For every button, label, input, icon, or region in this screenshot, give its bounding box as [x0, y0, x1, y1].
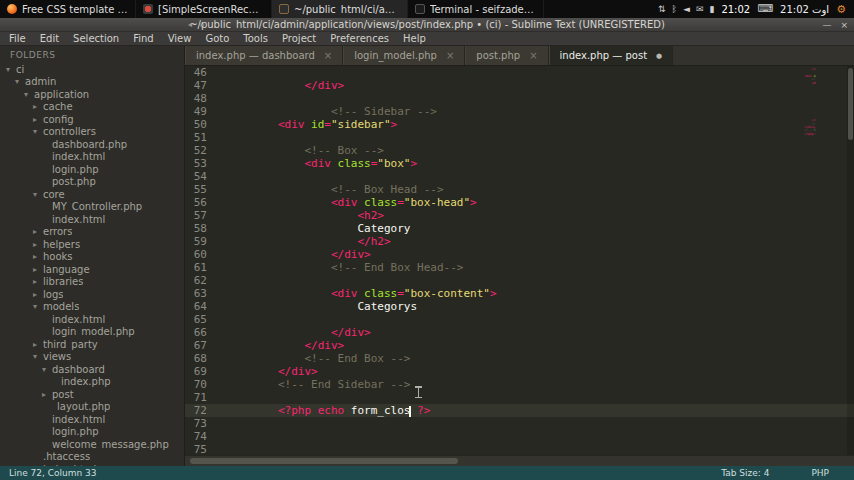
taskbar-window-terminal[interactable]: Terminal - seifzadeh@meh... [408, 0, 544, 18]
network-arrows-icon[interactable]: ⇅ [658, 0, 666, 18]
menu-preferences[interactable]: Preferences [323, 33, 396, 44]
line-number[interactable]: 66 [185, 326, 215, 339]
line-number[interactable]: 52 [185, 144, 215, 157]
bluetooth-icon[interactable]: ᛒ [672, 0, 677, 18]
menu-goto[interactable]: Goto [198, 33, 236, 44]
line-number[interactable]: 58 [185, 222, 215, 235]
tree-folder-models[interactable]: ▾models [0, 301, 184, 314]
window-titlebar[interactable]: ◂ ▸ ~/public_html/ci/admin/application/v… [0, 18, 854, 32]
close-icon[interactable]: × [529, 50, 537, 61]
tree-folder-dashboard[interactable]: ▾dashboard [0, 363, 184, 376]
vertical-scrollbar-thumb[interactable] [848, 68, 853, 140]
line-number[interactable]: 63 [185, 287, 215, 300]
tree-folder-config[interactable]: ▸config [0, 113, 184, 126]
tree-file-index-html[interactable]: index.html [0, 413, 184, 426]
tab-size-indicator[interactable]: Tab Size: 4 [721, 468, 769, 478]
close-icon[interactable]: × [324, 50, 332, 61]
vertical-scrollbar[interactable] [847, 66, 854, 455]
tree-file-login-model-php[interactable]: login_model.php [0, 326, 184, 339]
code-line-52[interactable]: 52 <!-- Box --> [185, 144, 854, 157]
tab-index-php-post[interactable]: index.php — post● [549, 46, 674, 65]
code-line-73[interactable]: 73 [185, 417, 854, 430]
taskbar-window-sublime[interactable]: ~/public_html/ci/admin/ap... [272, 0, 408, 18]
code-line-58[interactable]: 58 Category [185, 222, 854, 235]
code-line-49[interactable]: 49 <!-- Sidebar --> [185, 105, 854, 118]
tree-file-htaccess[interactable]: .htaccess [0, 451, 184, 464]
tab-post-php[interactable]: post.php× [465, 46, 548, 65]
tree-folder-errors[interactable]: ▸errors [0, 226, 184, 239]
line-number[interactable]: 65 [185, 313, 215, 326]
volume-icon[interactable]: ◄ [683, 0, 690, 18]
line-number[interactable]: 51 [185, 131, 215, 144]
taskbar-window-recorder[interactable]: [SimpleScreenRecorder] [136, 0, 272, 18]
line-number[interactable]: 72 [185, 404, 215, 417]
code-line-55[interactable]: 55 <!-- Box Head --> [185, 183, 854, 196]
tree-folder-admin[interactable]: ▾admin [0, 76, 184, 89]
code-line-60[interactable]: 60 </div> [185, 248, 854, 261]
line-number[interactable]: 64 [185, 300, 215, 313]
line-number[interactable]: 49 [185, 105, 215, 118]
line-number[interactable]: 60 [185, 248, 215, 261]
horizontal-scrollbar-thumb[interactable] [190, 458, 458, 464]
line-number[interactable]: 62 [185, 274, 215, 287]
tree-file-login-php[interactable]: login.php [0, 163, 184, 176]
horizontal-scrollbar[interactable] [185, 455, 854, 466]
code-line-46[interactable]: 46 [185, 66, 854, 79]
tree-folder-core[interactable]: ▾core [0, 188, 184, 201]
code-line-67[interactable]: 67 </div> [185, 339, 854, 352]
code-line-69[interactable]: 69 </div> [185, 365, 854, 378]
code-line-62[interactable]: 62 [185, 274, 854, 287]
code-line-75[interactable]: 75 [185, 443, 854, 455]
code-line-61[interactable]: 61 <!-- End Box Head--> [185, 261, 854, 274]
tree-folder-post[interactable]: ▸post [0, 388, 184, 401]
tree-folder-third-party[interactable]: ▸third_party [0, 338, 184, 351]
line-number[interactable]: 55 [185, 183, 215, 196]
code-line-74[interactable]: 74 [185, 430, 854, 443]
code-line-47[interactable]: 47 </div> [185, 79, 854, 92]
tree-file-index-html[interactable]: index.html [0, 313, 184, 326]
code-line-56[interactable]: 56 <div class="box-head"> [185, 196, 854, 209]
code-line-57[interactable]: 57 <h2> [185, 209, 854, 222]
code-editor[interactable]: 4647 </div>4849 <!-- Sidebar -->50 <div … [185, 66, 854, 455]
tree-folder-helpers[interactable]: ▸helpers [0, 238, 184, 251]
minimize-button[interactable]: — [822, 20, 831, 30]
close-icon[interactable]: × [446, 50, 454, 61]
battery-icon[interactable]: ▮ [709, 0, 714, 18]
menu-selection[interactable]: Selection [66, 33, 126, 44]
tree-folder-ci[interactable]: ▾ci [0, 63, 184, 76]
tree-file-layout-php[interactable]: _layout.php [0, 401, 184, 414]
line-number[interactable]: 70 [185, 378, 215, 391]
menu-tools[interactable]: Tools [236, 33, 275, 44]
menu-view[interactable]: View [161, 33, 199, 44]
tree-folder-cache[interactable]: ▸cache [0, 101, 184, 114]
tree-file-welcome-message-php[interactable]: welcome_message.php [0, 438, 184, 451]
line-number[interactable]: 69 [185, 365, 215, 378]
tree-folder-language[interactable]: ▸language [0, 263, 184, 276]
tree-file-my-controller-php[interactable]: MY_Controller.php [0, 201, 184, 214]
tree-folder-hooks[interactable]: ▸hooks [0, 251, 184, 264]
tree-file-index-html[interactable]: index.html [0, 151, 184, 164]
line-number[interactable]: 50 [185, 118, 215, 131]
tab-index-php-dashboard[interactable]: index.php — dashboard× [185, 46, 343, 65]
mail-icon[interactable]: ✉ [696, 0, 704, 18]
code-line-54[interactable]: 54 [185, 170, 854, 183]
line-number[interactable]: 47 [185, 79, 215, 92]
code-line-53[interactable]: 53 <div class="box"> [185, 157, 854, 170]
line-number[interactable]: 56 [185, 196, 215, 209]
menu-find[interactable]: Find [126, 33, 161, 44]
line-number[interactable]: 53 [185, 157, 215, 170]
tree-file-index-html[interactable]: index.html [0, 213, 184, 226]
line-number[interactable]: 68 [185, 352, 215, 365]
tree-folder-controllers[interactable]: ▾controllers [0, 126, 184, 139]
code-line-48[interactable]: 48 [185, 92, 854, 105]
menu-project[interactable]: Project [275, 33, 323, 44]
code-line-50[interactable]: 50 <div id="sidebar"> [185, 118, 854, 131]
tree-file-post-php[interactable]: post.php [0, 176, 184, 189]
taskbar-window-firefox[interactable]: Free CSS template by Choc... [0, 0, 136, 18]
line-number[interactable]: 46 [185, 66, 215, 79]
line-number[interactable]: 73 [185, 417, 215, 430]
line-number[interactable]: 67 [185, 339, 215, 352]
code-line-64[interactable]: 64 Categorys [185, 300, 854, 313]
code-line-63[interactable]: 63 <div class="box-content"> [185, 287, 854, 300]
menu-help[interactable]: Help [396, 33, 433, 44]
